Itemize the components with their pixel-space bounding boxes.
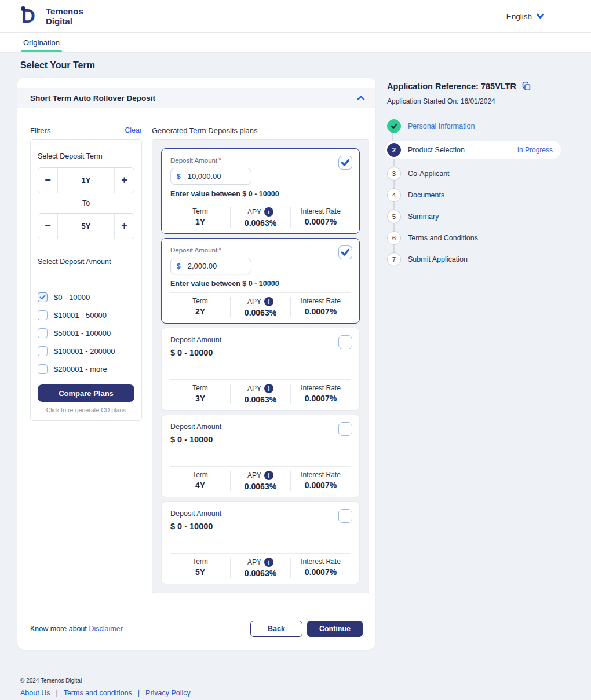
deposit-amount-label: Deposit Amount xyxy=(170,336,351,344)
info-icon[interactable]: i xyxy=(264,384,273,393)
temenos-logo-icon: D xyxy=(20,5,41,27)
plans-list: Deposit Amount* $ 10,000.00 Enter value … xyxy=(152,139,369,593)
plan-checkbox-unchecked[interactable] xyxy=(338,422,352,436)
plan-stats: Term2Y APYi0.0063% Interest Rate0.0007% xyxy=(170,292,351,317)
plus-button[interactable]: + xyxy=(115,214,134,239)
plan-stats: Term5Y APYi0.0063% Interest Rate0.0007% xyxy=(170,553,351,578)
tab-origination[interactable]: Origination xyxy=(23,38,60,52)
copyright-text: © 2024 Temenos Digital xyxy=(20,677,591,684)
step-number: 3 xyxy=(387,167,401,181)
language-label: English xyxy=(506,12,532,21)
checkbox-icon[interactable] xyxy=(38,310,48,320)
step-number: 5 xyxy=(387,210,401,223)
term-from-value[interactable]: 1Y xyxy=(57,168,115,193)
plan-card-2y: Deposit Amount* $ 2,000.00 Enter value b… xyxy=(161,238,360,324)
plan-card-4y: Deposit Amount $ 0 - 10000 Term4Y APYi0.… xyxy=(161,415,360,497)
plan-checkbox-unchecked[interactable] xyxy=(338,335,352,349)
step-product-selection[interactable]: 2 Product Selection In Progress xyxy=(385,141,561,159)
separator: | xyxy=(138,689,140,697)
plan-checkbox-unchecked[interactable] xyxy=(338,509,352,523)
step-number: 2 xyxy=(387,143,401,157)
filters-panel: Select Deposit Term − 1Y + To − 5Y + Sel… xyxy=(30,139,142,421)
plan-checkbox-checked[interactable] xyxy=(338,156,352,170)
plus-button[interactable]: + xyxy=(115,168,134,193)
step-co-applicant[interactable]: 3 Co-Applicant xyxy=(387,167,561,181)
tab-bar: Origination xyxy=(0,33,591,53)
disclaimer-link[interactable]: Disclaimer xyxy=(89,625,122,633)
about-us-link[interactable]: About Us xyxy=(20,689,50,697)
deposit-amount-label: Deposit Amount xyxy=(170,423,351,431)
application-started-on: Application Started On: 16/01/2024 xyxy=(387,97,561,105)
info-icon[interactable]: i xyxy=(264,207,273,217)
separator: | xyxy=(56,689,57,697)
amount-option-100001-200000[interactable]: $100001 - 200000 xyxy=(38,346,134,356)
checkbox-icon[interactable] xyxy=(38,328,48,338)
step-summary[interactable]: 5 Summary xyxy=(387,210,561,223)
currency-symbol: $ xyxy=(177,262,181,270)
minus-button[interactable]: − xyxy=(38,214,57,239)
app-header: D Temenos Digital English xyxy=(0,0,591,33)
deposit-amount-label: Deposit Amount* xyxy=(170,246,351,254)
chevron-down-icon xyxy=(536,13,545,19)
divider xyxy=(31,284,141,284)
step-documents[interactable]: 4 Documents xyxy=(387,188,561,202)
application-reference: Application Reference: 785VLTR xyxy=(387,82,516,91)
continue-button[interactable]: Continue xyxy=(307,621,363,637)
minus-button[interactable]: − xyxy=(38,168,57,193)
info-icon[interactable]: i xyxy=(264,297,273,306)
status-badge: In Progress xyxy=(517,146,553,154)
to-label: To xyxy=(38,199,134,207)
privacy-policy-link[interactable]: Privacy Policy xyxy=(145,689,191,697)
page-title: Select Your Term xyxy=(20,60,591,71)
know-more-text: Know more about Disclaimer xyxy=(30,625,123,633)
plan-card-3y: Deposit Amount $ 0 - 10000 Term3Y APYi0.… xyxy=(161,328,360,411)
step-number: 4 xyxy=(387,188,401,202)
terms-and-conditions-link[interactable]: Terms and conditions xyxy=(64,689,132,697)
deposit-amount-input[interactable]: $ 10,000.00 xyxy=(170,168,251,185)
deposit-term-label: Select Deposit Term xyxy=(38,152,134,160)
term-to-stepper: − 5Y + xyxy=(38,213,134,239)
deposit-amount-range: $ 0 - 10000 xyxy=(170,435,351,444)
step-terms-and-conditions[interactable]: 6 Terms and Conditions xyxy=(387,231,561,245)
info-icon[interactable]: i xyxy=(264,471,273,480)
value-range-hint: Enter value between $ 0 - 10000 xyxy=(170,190,351,198)
brand-name: Temenos Digital xyxy=(46,6,83,27)
plan-stats: Term3Y APYi0.0063% Interest Rate0.0007% xyxy=(170,379,351,404)
step-personal-information[interactable]: Personal Information xyxy=(387,119,561,133)
info-icon[interactable]: i xyxy=(264,558,273,567)
deposit-amount-range: $ 0 - 10000 xyxy=(170,522,351,531)
step-number: 7 xyxy=(387,252,401,266)
deposit-amount-label: Deposit Amount xyxy=(170,510,351,518)
copy-icon[interactable] xyxy=(521,81,531,91)
back-button[interactable]: Back xyxy=(250,621,302,637)
clear-filters-link[interactable]: Clear xyxy=(125,126,142,134)
amount-option-200001-more[interactable]: $200001 - more xyxy=(38,364,134,374)
page-footer: © 2024 Temenos Digital About Us | Terms … xyxy=(20,677,591,697)
regenerate-hint: Click to re-generate CD plans xyxy=(38,406,134,413)
application-sidebar: Application Reference: 785VLTR Applicati… xyxy=(387,78,561,266)
amount-option-0-10000[interactable]: $0 - 10000 xyxy=(38,292,134,302)
checkbox-checked-icon[interactable] xyxy=(38,292,48,302)
language-selector[interactable]: English xyxy=(506,12,545,21)
progress-steps: Personal Information 2 Product Selection… xyxy=(387,119,561,266)
value-range-hint: Enter value between $ 0 - 10000 xyxy=(170,280,351,288)
plan-checkbox-checked[interactable] xyxy=(338,245,352,259)
amount-option-50001-100000[interactable]: $50001 - 100000 xyxy=(38,328,134,338)
term-selection-card: Short Term Auto Rollover Deposit Filters… xyxy=(17,78,375,650)
amount-option-10001-50000[interactable]: $10001 - 50000 xyxy=(38,310,134,320)
term-to-value[interactable]: 5Y xyxy=(57,214,115,239)
compare-plans-button[interactable]: Compare Plans xyxy=(38,384,134,402)
accordion-title: Short Term Auto Rollover Deposit xyxy=(30,94,155,102)
accordion-header[interactable]: Short Term Auto Rollover Deposit xyxy=(17,88,375,108)
step-submit-application[interactable]: 7 Submit Application xyxy=(387,252,561,266)
plans-title: Generated Term Deposits plans xyxy=(152,126,258,135)
step-number: 6 xyxy=(387,231,401,245)
term-from-stepper: − 1Y + xyxy=(38,167,134,193)
check-icon xyxy=(387,119,401,133)
chevron-up-icon[interactable] xyxy=(357,95,365,101)
deposit-amount-input[interactable]: $ 2,000.00 xyxy=(170,258,251,274)
plan-stats: Term4Y APYi0.0063% Interest Rate0.0007% xyxy=(170,466,351,491)
checkbox-icon[interactable] xyxy=(38,364,48,374)
checkbox-icon[interactable] xyxy=(38,346,48,356)
plan-card-1y: Deposit Amount* $ 10,000.00 Enter value … xyxy=(161,148,360,234)
